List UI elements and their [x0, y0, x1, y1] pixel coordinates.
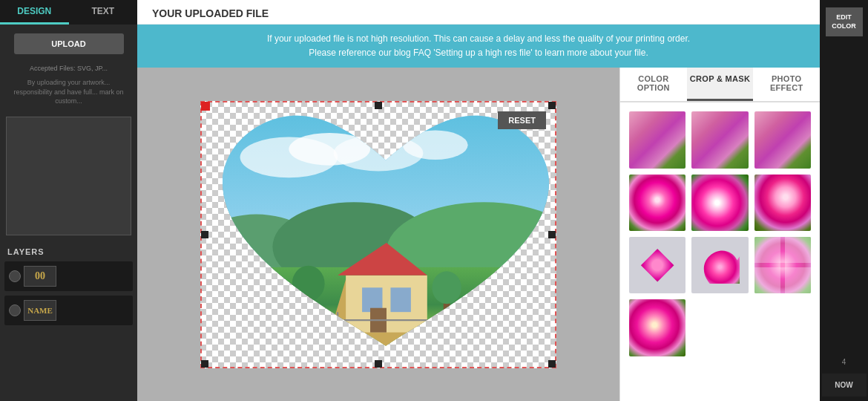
mask-item-7[interactable]: [628, 235, 687, 295]
mask-item-2[interactable]: [690, 110, 749, 169]
main-modal: YOUR UPLOADED FILE If your uploaded file…: [137, 0, 820, 401]
tab-photo-effect[interactable]: PHOTO EFFECT: [753, 68, 820, 101]
info-banner-line1: If your uploaded file is not high resolu…: [267, 33, 690, 44]
mask-item-4[interactable]: [628, 173, 687, 232]
reset-button[interactable]: RESET: [498, 111, 546, 129]
page-number: 4: [842, 358, 846, 366]
layer-item-name[interactable]: NAME: [4, 296, 133, 325]
know-now-button[interactable]: NOW: [822, 374, 867, 397]
mask-item-1[interactable]: [628, 110, 687, 169]
svg-point-18: [432, 271, 461, 304]
right-sidebar: EDITCOLOR 4 NOW: [820, 0, 868, 401]
panel-tabs: COLOR OPTION CROP & MASK PHOTO EFFECT: [620, 68, 820, 102]
mask-item-3[interactable]: [753, 110, 812, 169]
canvas-area[interactable]: RESET: [137, 68, 619, 401]
modal-content: RESET COLOR OPTION CROP & MASK PHOTO EFF…: [137, 68, 820, 401]
modal-title: YOUR UPLOADED FILE: [137, 0, 820, 25]
sidebar-tabs: DESIGN TEXT: [0, 0, 137, 25]
tab-crop-mask[interactable]: CROP & MASK: [687, 68, 754, 101]
layer-thumb-name: NAME: [24, 300, 56, 321]
layer-item-number[interactable]: 00: [4, 261, 133, 291]
layer-thumb-number: 00: [24, 266, 56, 287]
info-banner: If your uploaded file is not high resolu…: [137, 25, 820, 68]
canvas-inner: RESET: [200, 101, 556, 368]
mask-item-5[interactable]: [690, 173, 749, 232]
tab-text[interactable]: TEXT: [69, 0, 138, 25]
left-sidebar: DESIGN TEXT UPLOAD Accepted Files: SVG, …: [0, 0, 137, 401]
upload-button[interactable]: UPLOAD: [14, 33, 124, 54]
svg-rect-10: [346, 276, 427, 333]
layer-visibility-toggle[interactable]: [9, 270, 21, 282]
right-panel: COLOR OPTION CROP & MASK PHOTO EFFECT: [619, 68, 820, 401]
mask-grid: [620, 102, 820, 401]
mask-item-9[interactable]: [753, 235, 812, 295]
svg-rect-12: [390, 287, 410, 312]
layers-label: LAYERS: [0, 241, 137, 259]
tab-color-option[interactable]: COLOR OPTION: [620, 68, 687, 101]
mask-item-6[interactable]: [753, 173, 812, 232]
upload-note: By uploading your artwork... responsibil…: [0, 74, 137, 111]
mask-item-8[interactable]: [690, 235, 749, 295]
tab-design[interactable]: DESIGN: [0, 0, 69, 25]
mask-item-10[interactable]: [628, 298, 687, 357]
edit-color-button[interactable]: EDITCOLOR: [826, 7, 863, 36]
info-banner-line2: Please reference our blog FAQ 'Setting u…: [309, 48, 648, 58]
accepted-files-label: Accepted Files: SVG, JP...: [0, 63, 137, 74]
layer-visibility-toggle-2[interactable]: [9, 304, 21, 316]
design-preview-box: [6, 117, 131, 235]
